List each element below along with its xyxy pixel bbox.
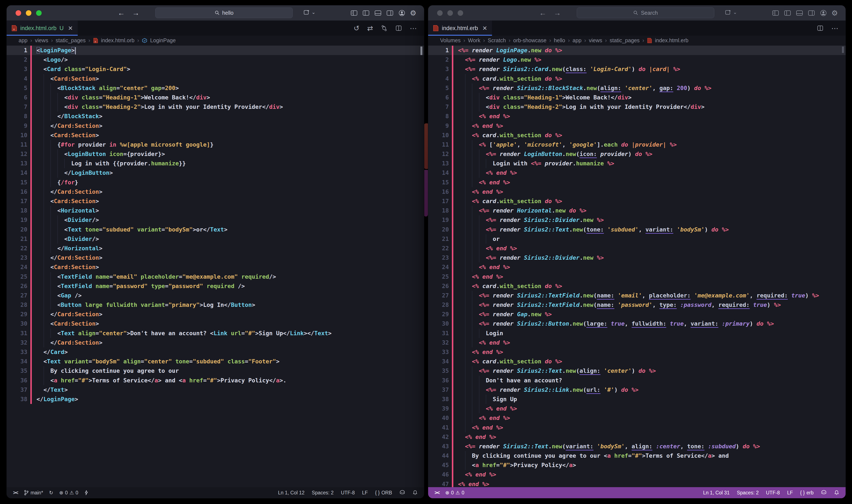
- forward-icon[interactable]: →: [132, 9, 139, 17]
- command-center-search[interactable]: hello: [155, 7, 293, 18]
- indentation[interactable]: Spaces: 2: [737, 490, 759, 496]
- breadcrumb-item[interactable]: app: [573, 37, 581, 43]
- code-editor-erb[interactable]: 1<%= render LoginPage.new do %>2 <%= ren…: [428, 45, 846, 487]
- breadcrumb-item[interactable]: views: [35, 37, 48, 43]
- breadcrumb-item[interactable]: index.html.orb: [101, 37, 135, 43]
- language-mode[interactable]: { } ORB: [375, 490, 392, 496]
- code-line: 26 <TextField name="password" type="pass…: [6, 282, 424, 291]
- customize-layout-icon[interactable]: [772, 9, 779, 17]
- toggle-primary-sidebar-icon[interactable]: [784, 9, 792, 17]
- tab-index-html-orb[interactable]: H index.html.orb U ✕: [6, 21, 78, 36]
- chevron-down-icon: ⌄: [733, 10, 737, 15]
- notifications-bell-icon[interactable]: [834, 490, 839, 496]
- new-window-dropdown[interactable]: ⌄: [725, 9, 737, 16]
- git-branch-indicator[interactable]: main*: [24, 490, 43, 496]
- status-bar[interactable]: >< ⊗ 0 ⚠ 0 Ln 1, Col 31 Spaces: 2 UTF-8 …: [428, 487, 846, 498]
- indentation[interactable]: Spaces: 2: [312, 490, 333, 496]
- traffic-lights[interactable]: [16, 10, 42, 16]
- command-center-search[interactable]: Search: [577, 7, 714, 18]
- chevron-right-icon: ›: [568, 37, 570, 44]
- minimize-window-button[interactable]: [26, 10, 31, 16]
- breadcrumb-item[interactable]: views: [589, 37, 602, 43]
- close-tab-icon[interactable]: ✕: [68, 25, 73, 32]
- breadcrumb-item[interactable]: static_pages: [56, 37, 86, 43]
- breadcrumb-item[interactable]: hello: [554, 37, 565, 43]
- encoding[interactable]: UTF-8: [341, 490, 355, 496]
- breadcrumb-item[interactable]: app: [19, 37, 28, 43]
- code-line: 26 <% card.with_section do %>: [428, 282, 846, 291]
- git-modified-gutter: [30, 46, 32, 55]
- breadcrumb-item[interactable]: Work: [468, 37, 481, 43]
- code-line: 27 <Gap />: [6, 291, 424, 300]
- cursor-position[interactable]: Ln 1, Col 31: [703, 490, 730, 496]
- breadcrumb[interactable]: Volumes › Work › Scratch › orb-showcase …: [428, 36, 846, 45]
- code-line: 12 <LoginButton icon={provider}>: [6, 149, 424, 159]
- new-window-icon: [725, 9, 732, 16]
- new-window-dropdown[interactable]: ⌄: [303, 9, 315, 16]
- close-window-button[interactable]: [16, 10, 21, 16]
- back-icon[interactable]: ←: [118, 9, 125, 17]
- breadcrumb[interactable]: app › views › static_pages › H index.htm…: [6, 36, 424, 45]
- code-editor-orb[interactable]: 1<LoginPage>2 <Logo/>3 <Card class="Logi…: [6, 45, 424, 487]
- encoding[interactable]: UTF-8: [766, 490, 780, 496]
- problems-indicator[interactable]: ⊗ 0 ⚠ 0: [59, 490, 79, 496]
- close-window-button[interactable]: [437, 10, 443, 16]
- zoom-window-button[interactable]: [36, 10, 42, 16]
- tab-index-html-erb[interactable]: index.html.erb ✕: [428, 21, 492, 36]
- toggle-secondary-sidebar-icon[interactable]: [807, 9, 815, 17]
- code-line: 16 </Card:Section>: [6, 187, 424, 197]
- forward-icon[interactable]: →: [554, 9, 561, 17]
- eol-sequence[interactable]: LF: [362, 490, 368, 496]
- titlebar[interactable]: ← → Search ⌄: [428, 5, 846, 21]
- toggle-primary-sidebar-icon[interactable]: [362, 9, 370, 17]
- toggle-panel-icon[interactable]: [374, 9, 382, 17]
- customize-layout-icon[interactable]: [350, 9, 358, 17]
- back-icon[interactable]: ←: [539, 9, 546, 17]
- git-modified-gutter: [452, 131, 453, 140]
- close-tab-icon[interactable]: ✕: [482, 25, 487, 32]
- git-compare-icon[interactable]: [381, 25, 387, 32]
- cursor-position[interactable]: Ln 1, Col 12: [278, 490, 305, 496]
- zoom-window-button[interactable]: [457, 10, 463, 16]
- titlebar[interactable]: ← → hello ⌄: [6, 5, 424, 21]
- code-line: 8 </BlockStack>: [6, 112, 424, 121]
- more-actions-icon[interactable]: ⋯: [410, 24, 417, 32]
- toggle-secondary-sidebar-icon[interactable]: [386, 9, 394, 17]
- git-modified-gutter: [452, 432, 453, 442]
- notifications-bell-icon[interactable]: [413, 490, 418, 496]
- tab-bar[interactable]: index.html.erb ✕ ⋯: [428, 21, 846, 36]
- eol-sequence[interactable]: LF: [787, 490, 793, 496]
- breadcrumb-item[interactable]: LoginPage: [150, 37, 176, 43]
- breadcrumb-item[interactable]: index.html.erb: [655, 37, 689, 43]
- language-mode[interactable]: { } erb: [800, 490, 814, 496]
- account-icon[interactable]: [398, 9, 406, 17]
- account-icon[interactable]: [819, 9, 827, 17]
- lightning-icon[interactable]: [84, 490, 88, 496]
- breadcrumb-item[interactable]: Scratch: [488, 37, 506, 43]
- toggle-panel-icon[interactable]: [796, 9, 803, 17]
- breadcrumb-item[interactable]: Volumes: [440, 37, 460, 43]
- git-modified-gutter: [452, 461, 453, 470]
- braces-icon: { }: [800, 490, 805, 496]
- traffic-lights[interactable]: [437, 10, 463, 16]
- compare-changes-icon[interactable]: ⇄: [367, 24, 373, 32]
- gear-icon[interactable]: ⚙: [832, 10, 838, 17]
- gear-icon[interactable]: ⚙: [410, 10, 416, 17]
- more-actions-icon[interactable]: ⋯: [831, 24, 838, 32]
- breadcrumb-item[interactable]: orb-showcase: [513, 37, 547, 43]
- remote-indicator-icon[interactable]: ><: [13, 490, 18, 496]
- copilot-icon[interactable]: [399, 490, 405, 496]
- tab-bar[interactable]: H index.html.orb U ✕ ↺ ⇄ ⋯: [6, 21, 424, 36]
- status-bar[interactable]: >< main* ↻ ⊗ 0 ⚠ 0 Ln 1, Col 12 Spaces: …: [6, 487, 424, 498]
- split-editor-icon[interactable]: [395, 25, 402, 32]
- problems-indicator[interactable]: ⊗ 0 ⚠ 0: [445, 490, 465, 496]
- split-editor-icon[interactable]: [817, 25, 823, 32]
- breadcrumb-item[interactable]: static_pages: [610, 37, 640, 43]
- git-modified-gutter: [30, 65, 32, 74]
- git-modified-gutter: [452, 338, 453, 347]
- sync-button[interactable]: ↻: [49, 490, 53, 496]
- copilot-icon[interactable]: [821, 490, 827, 496]
- remote-indicator-icon[interactable]: ><: [435, 490, 439, 496]
- minimize-window-button[interactable]: [447, 10, 453, 16]
- timeline-history-icon[interactable]: ↺: [353, 24, 360, 32]
